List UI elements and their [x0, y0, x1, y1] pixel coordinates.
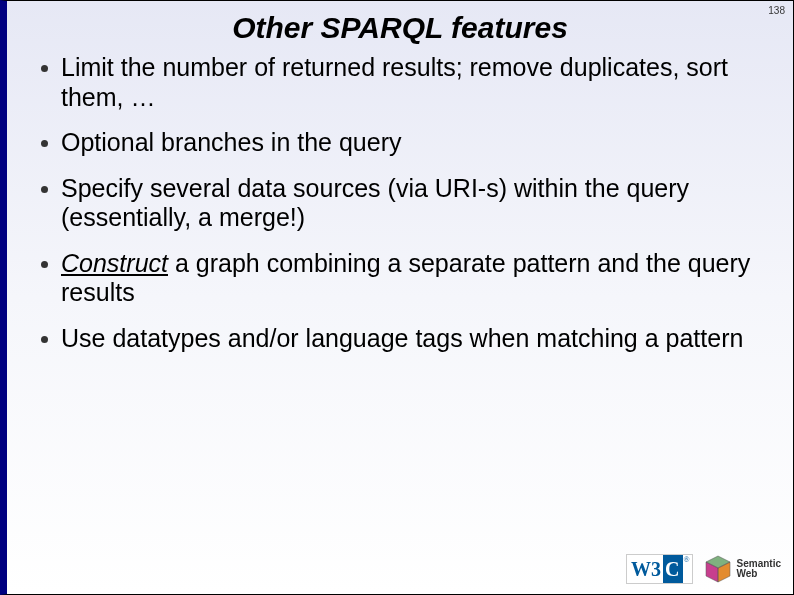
slide: 138 Other SPARQL features Limit the numb… [0, 0, 794, 595]
bullet-emph: Construct [61, 249, 168, 277]
bullet-item: Specify several data sources (via URI-s)… [35, 174, 773, 233]
slide-title: Other SPARQL features [7, 1, 793, 53]
w3c-c-text: C [663, 555, 683, 583]
w3c-registered: ® [683, 555, 691, 564]
w3c-w3-text: W3 [627, 555, 663, 583]
bullet-text: Optional branches in the query [61, 128, 402, 156]
bullet-text: Specify several data sources (via URI-s)… [61, 174, 689, 232]
sw-line2: Web [737, 568, 758, 579]
semantic-web-text: Semantic Web [737, 559, 781, 580]
bullet-text: Use datatypes and/or language tags when … [61, 324, 743, 352]
w3c-logo-icon: W3C® [626, 554, 693, 584]
bullet-item: Optional branches in the query [35, 128, 773, 158]
bullet-list: Limit the number of returned results; re… [7, 53, 793, 353]
cube-icon [703, 554, 733, 584]
bullet-text: Limit the number of returned results; re… [61, 53, 728, 111]
bullet-item: Use datatypes and/or language tags when … [35, 324, 773, 354]
sw-line1: Semantic [737, 558, 781, 569]
bullet-item: Limit the number of returned results; re… [35, 53, 773, 112]
semantic-web-logo-icon: Semantic Web [703, 554, 781, 584]
bullet-item: Construct a graph combining a separate p… [35, 249, 773, 308]
page-number: 138 [768, 5, 785, 16]
footer-logos: W3C® Semantic Web [626, 554, 781, 584]
